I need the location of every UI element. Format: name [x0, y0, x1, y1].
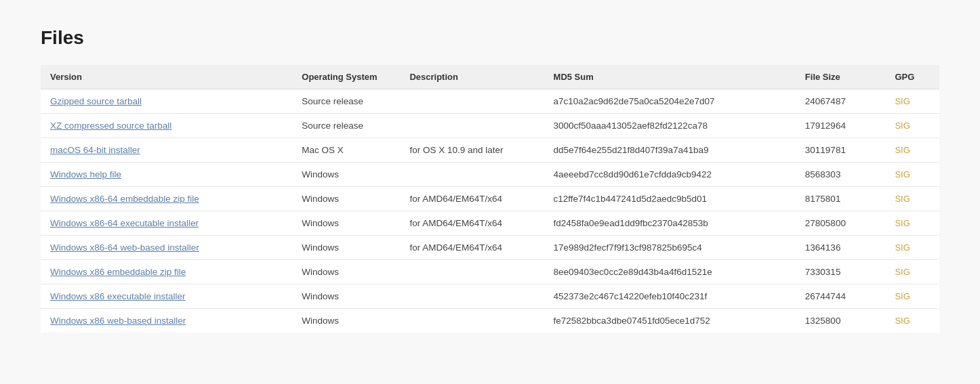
file-size: 30119781	[796, 138, 886, 163]
table-row: Windows x86-64 executable installerWindo…	[41, 211, 939, 236]
file-version-link[interactable]: Gzipped source tarball	[50, 96, 142, 106]
file-sig-link[interactable]: SIG	[895, 291, 910, 301]
file-size: 27805800	[796, 211, 886, 236]
file-md5: 452373e2c467c14220efeb10f40c231f	[544, 284, 796, 309]
file-sig-link[interactable]: SIG	[895, 121, 910, 131]
file-version-link[interactable]: Windows help file	[50, 169, 121, 179]
file-description	[400, 309, 544, 333]
table-body: Gzipped source tarballSource releasea7c1…	[41, 89, 939, 333]
file-md5: fd2458fa0e9ead1dd9fbc2370a42853b	[544, 211, 796, 236]
table-row: macOS 64-bit installerMac OS Xfor OS X 1…	[41, 138, 939, 163]
file-version-link[interactable]: Windows x86 executable installer	[50, 291, 186, 301]
file-size: 17912964	[796, 114, 886, 138]
file-version-link[interactable]: Windows x86-64 executable installer	[50, 218, 199, 228]
file-description	[400, 89, 544, 114]
file-description	[400, 284, 544, 309]
file-size: 1325800	[796, 309, 886, 333]
table-row: Windows x86 embeddable zip fileWindows8e…	[41, 260, 939, 284]
col-header-filesize: File Size	[796, 65, 886, 89]
table-row: XZ compressed source tarballSource relea…	[41, 114, 939, 138]
file-sig-link[interactable]: SIG	[895, 194, 910, 204]
col-header-os: Operating System	[292, 65, 400, 89]
file-os: Windows	[292, 163, 400, 187]
file-sig-link[interactable]: SIG	[895, 169, 910, 179]
table-row: Gzipped source tarballSource releasea7c1…	[41, 89, 939, 114]
file-sig-link[interactable]: SIG	[895, 267, 910, 277]
file-description	[400, 114, 544, 138]
file-description: for AMD64/EM64T/x64	[400, 187, 544, 211]
file-description: for AMD64/EM64T/x64	[400, 236, 544, 260]
file-sig-link[interactable]: SIG	[895, 218, 910, 228]
file-os: Source release	[292, 89, 400, 114]
file-md5: 4aeeebd7cc8dd90d61e7cfdda9cb9422	[544, 163, 796, 187]
file-version-link[interactable]: Windows x86 web-based installer	[50, 316, 186, 326]
file-os: Windows	[292, 236, 400, 260]
table-header: Version Operating System Description MD5…	[41, 65, 939, 89]
file-sig-link[interactable]: SIG	[895, 316, 910, 326]
file-os: Windows	[292, 211, 400, 236]
file-size: 7330315	[796, 260, 886, 284]
file-md5: 8ee09403ec0cc2e89d43b4a4f6d1521e	[544, 260, 796, 284]
page-title: Files	[41, 27, 939, 49]
file-md5: c12ffe7f4c1b447241d5d2aedc9b5d01	[544, 187, 796, 211]
files-table: Version Operating System Description MD5…	[41, 65, 939, 333]
file-md5: 17e989d2fecf7f9f13cf987825b695c4	[544, 236, 796, 260]
file-version-link[interactable]: macOS 64-bit installer	[50, 145, 140, 155]
table-row: Windows help fileWindows4aeeebd7cc8dd90d…	[41, 163, 939, 187]
file-description	[400, 260, 544, 284]
file-size: 24067487	[796, 89, 886, 114]
file-version-link[interactable]: XZ compressed source tarball	[50, 121, 171, 131]
col-header-description: Description	[400, 65, 544, 89]
file-description: for OS X 10.9 and later	[400, 138, 544, 163]
file-size: 1364136	[796, 236, 886, 260]
table-row: Windows x86 executable installerWindows4…	[41, 284, 939, 309]
file-os: Windows	[292, 309, 400, 333]
table-row: Windows x86-64 embeddable zip fileWindow…	[41, 187, 939, 211]
col-header-version: Version	[41, 65, 292, 89]
header-row: Version Operating System Description MD5…	[41, 65, 939, 89]
file-md5: 3000cf50aaa413052aef82fd2122ca78	[544, 114, 796, 138]
file-size: 8568303	[796, 163, 886, 187]
table-row: Windows x86 web-based installerWindowsfe…	[41, 309, 939, 333]
file-os: Source release	[292, 114, 400, 138]
file-sig-link[interactable]: SIG	[895, 96, 910, 106]
table-row: Windows x86-64 web-based installerWindow…	[41, 236, 939, 260]
file-description: for AMD64/EM64T/x64	[400, 211, 544, 236]
col-header-md5: MD5 Sum	[544, 65, 796, 89]
file-os: Windows	[292, 260, 400, 284]
file-os: Windows	[292, 284, 400, 309]
file-version-link[interactable]: Windows x86-64 web-based installer	[50, 242, 199, 253]
file-os: Windows	[292, 187, 400, 211]
file-version-link[interactable]: Windows x86-64 embeddable zip file	[50, 194, 199, 204]
file-version-link[interactable]: Windows x86 embeddable zip file	[50, 267, 186, 277]
file-md5: fe72582bbca3dbe07451fd05ece1d752	[544, 309, 796, 333]
file-size: 8175801	[796, 187, 886, 211]
col-header-gpg: GPG	[885, 65, 939, 89]
file-md5: dd5e7f64e255d21f8d407f39a7a41ba9	[544, 138, 796, 163]
file-size: 26744744	[796, 284, 886, 309]
file-os: Mac OS X	[292, 138, 400, 163]
file-sig-link[interactable]: SIG	[895, 242, 910, 253]
file-description	[400, 163, 544, 187]
file-md5: a7c10a2ac9d62de75a0ca5204e2e7d07	[544, 89, 796, 114]
file-sig-link[interactable]: SIG	[895, 145, 910, 155]
